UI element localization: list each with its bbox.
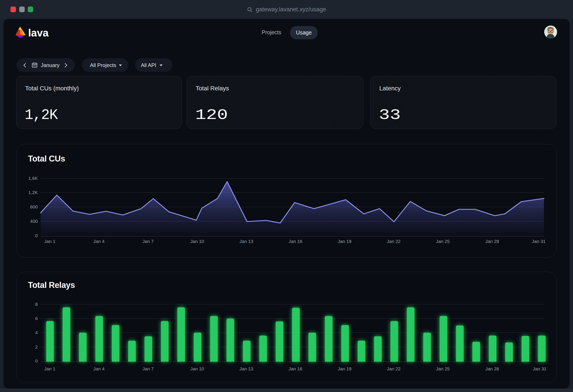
svg-text:4: 4: [35, 330, 38, 335]
svg-text:Jan 1: Jan 1: [44, 239, 55, 244]
svg-text:Jan 13: Jan 13: [239, 239, 253, 244]
svg-text:Jan 16: Jan 16: [288, 366, 302, 371]
svg-text:Jan 7: Jan 7: [142, 239, 154, 244]
svg-text:6: 6: [35, 316, 38, 321]
svg-text:800: 800: [30, 204, 38, 209]
svg-text:0: 0: [35, 233, 38, 238]
svg-text:Jan 1: Jan 1: [44, 366, 55, 371]
svg-text:Jan 19: Jan 19: [338, 239, 351, 244]
svg-text:400: 400: [30, 219, 38, 224]
svg-text:Jan 28: Jan 28: [485, 366, 499, 371]
svg-text:Jan 4: Jan 4: [93, 366, 105, 371]
svg-text:1,2K: 1,2K: [28, 190, 38, 195]
svg-text:Jan 22: Jan 22: [387, 366, 400, 371]
svg-text:Jan 19: Jan 19: [338, 366, 351, 371]
svg-text:8: 8: [35, 302, 38, 307]
svg-text:2: 2: [35, 344, 38, 349]
svg-text:Jan 25: Jan 25: [436, 239, 450, 244]
svg-text:Jan 22: Jan 22: [387, 239, 400, 244]
svg-text:Jan 31: Jan 31: [533, 366, 546, 371]
svg-text:Jan 13: Jan 13: [239, 366, 253, 371]
svg-text:1,6K: 1,6K: [28, 176, 38, 181]
svg-text:Jan 25: Jan 25: [436, 366, 450, 371]
svg-text:Jan 31: Jan 31: [532, 239, 545, 244]
svg-text:Jan 10: Jan 10: [190, 366, 204, 371]
svg-text:Jan 16: Jan 16: [288, 239, 302, 244]
svg-text:Jan 10: Jan 10: [190, 239, 204, 244]
svg-text:Jan 4: Jan 4: [93, 239, 105, 244]
svg-text:Jan 28: Jan 28: [485, 239, 499, 244]
svg-text:0: 0: [35, 358, 38, 363]
svg-text:Jan 7: Jan 7: [142, 366, 154, 371]
